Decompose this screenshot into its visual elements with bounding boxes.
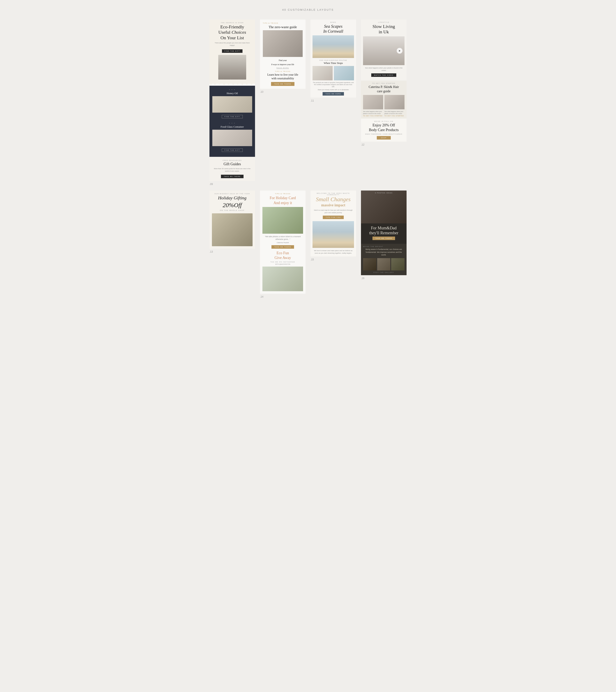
card-13: OUR BIGGEST SALE OF THE YEAR Holiday Gif…: [210, 190, 255, 298]
card12-number: .12: [361, 143, 406, 146]
card-12-inner: LIFESTYLE Slow Living in Uk See what hap…: [361, 20, 406, 142]
card11-title: Sea Scapes In Cornwall: [312, 24, 354, 34]
card09-free-desc: More than 30 useful posts for those are …: [212, 168, 252, 172]
card12-lifestyle-tag: LIFESTYLE: [363, 22, 404, 23]
layout-grid: THE SEARCH IS OVER Eco-Friendly Useful C…: [210, 20, 406, 298]
card14-tag2: TAG ME ON INSTAGRAM: [262, 261, 303, 263]
card11-number: .11: [310, 99, 356, 102]
card09-dots2: • • •: [212, 122, 252, 124]
card-09-inner: THE SEARCH IS OVER Eco-Friendly Useful C…: [210, 20, 255, 181]
card-11-inner: NEWS Sea Scapes In Cornwall FOR YOUR EVE…: [310, 20, 356, 98]
card12-promo-section: ARISE IN FULL ON Enjoy 20% Off Body Care…: [361, 119, 406, 142]
card-11: NEWS Sea Scapes In Cornwall FOR YOUR EVE…: [310, 20, 356, 186]
card15-inner: WELCOME TO THE ZERO WASTE COMMUNITY Smal…: [310, 190, 356, 256]
card15-tag: WELCOME TO THE ZERO WASTE COMMUNITY: [312, 193, 354, 195]
card11-two-images: [312, 66, 354, 80]
card10-read-more[interactable]: READ MORE: [263, 67, 303, 69]
card11-small-text2: Share your beauty routine with us on @ol…: [312, 89, 354, 91]
card12-started-desc2: See what happens when your plastic is fo…: [384, 110, 404, 115]
card09-label: THE SEARCH IS OVER: [212, 22, 252, 23]
card16-title: For Mum&Dad they'll Remember: [363, 226, 404, 235]
card16-image3: [391, 258, 404, 271]
card15-script-title: Small Changes: [312, 196, 354, 203]
card09-btn1[interactable]: FIND THE GIFT: [222, 49, 242, 53]
card12-started-texts: See what happens when your plastic is fo…: [363, 110, 404, 117]
card11-btn[interactable]: TAKE ME HERE: [323, 92, 344, 96]
card16-number: .16: [361, 277, 406, 280]
card12-top-relative: LIFESTYLE Slow Living in Uk See what hap…: [361, 20, 406, 142]
card15-image-beach: [312, 221, 354, 248]
card09-btn3[interactable]: FIND THE GIFT: [222, 148, 243, 152]
card10-top: TIPS & TRICKS The zero-waste guide Find …: [260, 20, 306, 89]
card16-inner: For Mum&Dad they'll Remember TAKE ME THE…: [361, 224, 406, 244]
card12-play-btn[interactable]: [397, 48, 402, 54]
card14-tag1: TIPS & TRICKS: [262, 193, 303, 194]
card12-promo-code: ENDS TOMORROW | CODE BEAUTYCARE20: [363, 133, 404, 135]
card13-pct: 20%Off: [212, 202, 252, 209]
card11-image-right: [334, 66, 354, 80]
card14-title1: For Holiday Card And enjoy it: [262, 196, 303, 205]
card15-number: .15: [310, 258, 356, 261]
card10-title1: The zero-waste guide: [263, 25, 303, 29]
card16-photos-tag: 3 PHOTOS IDEAS: [361, 192, 406, 194]
card09-subtitle: Think about the people you love and make…: [212, 42, 252, 47]
card09-item1-title: Honey Oil: [212, 92, 252, 95]
card16-visit-tag: VISIT THE GALLERY: [363, 272, 404, 273]
card09-btn4[interactable]: TAKE ME THERE: [221, 175, 244, 178]
card11-when-title: When Time Stops: [312, 61, 354, 65]
card13-on-label: ON THE WHOLE SHOP: [212, 209, 252, 211]
card-12: LIFESTYLE Slow Living in Uk See what hap…: [361, 20, 406, 186]
card16-btn[interactable]: TAKE ME THERE: [372, 236, 395, 240]
card-13-inner: OUR BIGGEST SALE OF THE YEAR Holiday Gif…: [210, 190, 255, 249]
card12-inner-top: LIFESTYLE Slow Living in Uk See what hap…: [361, 20, 406, 81]
card12-watch-btn[interactable]: WATCH THE VIDEO: [371, 74, 396, 77]
card-16-inner: 3 PHOTOS IDEAS For Mum&Dad they'll Remem…: [361, 190, 406, 275]
card16-image-top: 3 PHOTOS IDEAS: [361, 190, 406, 224]
card14-image-tent: [262, 267, 303, 291]
card16-bottom-section: BRING THE BRIGHT Being aware is fundamen…: [361, 244, 406, 275]
card14-btn1[interactable]: TAKE ME THERE: [271, 245, 294, 249]
card09-dots: • • •: [212, 89, 252, 91]
card12-started-link2[interactable]: TO GET YOU STARTED: [384, 115, 404, 117]
card-10: TIPS & TRICKS The zero-waste guide Find …: [260, 20, 306, 186]
card10-number: .10: [260, 90, 306, 93]
card12-started-text1: See what happens when your plastic is fo…: [363, 110, 383, 117]
card-15-inner: WELCOME TO THE ZERO WASTE COMMUNITY Smal…: [310, 190, 356, 256]
card10-image1: [263, 30, 303, 57]
card09-title: Eco-Friendly Useful Choices On Your List: [212, 24, 252, 41]
page-title: 40 CUSTOMIZABLE LAYOUTS: [4, 8, 612, 11]
card09-number: .09: [210, 183, 255, 186]
card-10-inner: TIPS & TRICKS The zero-waste guide Find …: [260, 20, 306, 89]
card12-image-skin2: [384, 95, 404, 109]
card15-btn[interactable]: TIPS FOR YOU: [323, 216, 344, 219]
card12-started-section: TO GET YOU STARTED Caterina P. Skin& Hai…: [361, 81, 406, 119]
card13-title: Holiday Gifting: [212, 195, 252, 201]
card10-btn[interactable]: TAKE ME THERE: [271, 82, 294, 86]
card11-for-label: FOR YOUR EVERYDAY ROUTINE: [312, 60, 354, 61]
card-09: THE SEARCH IS OVER Eco-Friendly Useful C…: [210, 20, 255, 186]
card12-shop-btn[interactable]: SHOP: [377, 136, 391, 140]
card12-started-link1[interactable]: TO GET YOU STARTED: [363, 115, 383, 117]
card16-image2: [377, 258, 391, 271]
card13-tag: OUR BIGGEST SALE OF THE YEAR: [212, 193, 252, 194]
card12-two-images: [363, 95, 404, 109]
card10-tag2: TIPS & TRICKS: [263, 71, 303, 72]
card11-tag: NEWS: [312, 22, 354, 23]
card14-image-wedding: [262, 207, 303, 234]
card12-title: Slow Living in Uk: [363, 24, 404, 35]
card-15: WELCOME TO THE ZERO WASTE COMMUNITY Smal…: [310, 190, 356, 298]
card15-quote: We love to dream and make plans and we b…: [312, 250, 354, 254]
card09-btn2[interactable]: FIND THE GIFT: [222, 115, 243, 119]
card10-tag1: TIPS & TRICKS: [263, 22, 303, 24]
card14-author: Caterina Pauletti: [262, 242, 303, 244]
card14-eco-title: Eco Fun Give Away: [262, 251, 303, 260]
card12-started-tag: TO GET YOU STARTED: [363, 83, 404, 84]
card12-promo-title: Enjoy 20% Off Body Care Products: [363, 123, 404, 132]
card13-image-wreath: [212, 213, 252, 246]
card12-image-woman: [363, 36, 404, 65]
card12-started-title: Caterina P. Skin& Hair care guide: [363, 85, 404, 93]
card11-inner: NEWS Sea Scapes In Cornwall FOR YOUR EVE…: [310, 20, 356, 98]
card11-image-sea: [312, 35, 354, 58]
card16-image1: [363, 258, 376, 271]
card09-free-title: Gift Guides: [212, 162, 252, 166]
